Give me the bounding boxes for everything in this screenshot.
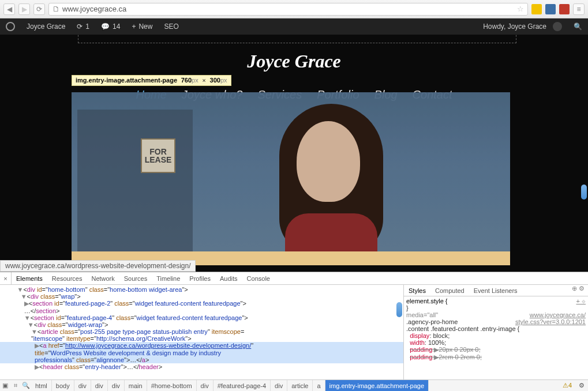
- devtools-settings-icon[interactable]: ⚙: [575, 382, 588, 389]
- tab-sources[interactable]: Sources: [119, 272, 152, 284]
- page-viewport: Joyce Grace img.entry-image.attachment-p…: [0, 35, 588, 272]
- page-scrollbar-thumb[interactable]: [581, 185, 587, 200]
- wp-new[interactable]: +New: [126, 18, 158, 35]
- devtools-panel: × Elements Resources Network Sources Tim…: [0, 272, 588, 391]
- dom-scrollbar-thumb[interactable]: [396, 302, 402, 317]
- plus-icon: +: [132, 22, 136, 31]
- back-button[interactable]: ◀: [3, 3, 15, 15]
- side-tab-listeners[interactable]: Event Listeners: [469, 285, 522, 296]
- inspect-tooltip: img.entry-image.attachment-page 760px × …: [72, 75, 231, 86]
- address-bar[interactable]: 🗋 www.joycegrace.ca ☆: [48, 3, 528, 16]
- bookmark-star-icon[interactable]: ☆: [517, 5, 524, 13]
- wp-admin-bar: Joyce Grace ⟳1 💬14 +New SEO Howdy, Joyce…: [0, 18, 588, 35]
- tab-elements[interactable]: Elements: [12, 272, 47, 284]
- breadcrumb-bar: ▣ ⌗ 🔍 html body div div div main #home-b…: [0, 379, 588, 391]
- console-toggle-icon[interactable]: ⌗: [10, 382, 21, 389]
- wp-comments[interactable]: 💬14: [95, 18, 126, 35]
- wp-seo[interactable]: SEO: [158, 18, 184, 35]
- forward-button[interactable]: ▶: [18, 3, 30, 15]
- avatar-icon: [553, 22, 562, 31]
- crumb-div[interactable]: div: [91, 380, 108, 391]
- styles-pane: Styles Computed Event Listeners ⊕ ⚙ elem…: [403, 285, 588, 379]
- wp-howdy[interactable]: Howdy, Joyce Grace: [477, 18, 568, 35]
- tab-profiles[interactable]: Profiles: [185, 272, 215, 284]
- tab-timeline[interactable]: Timeline: [152, 272, 185, 284]
- tab-resources[interactable]: Resources: [47, 272, 87, 284]
- side-tab-styles[interactable]: Styles: [404, 285, 430, 296]
- devtools-close-icon[interactable]: ×: [0, 272, 12, 284]
- sign-text: FORLEASE: [141, 138, 175, 173]
- crumb-div[interactable]: div: [271, 380, 287, 391]
- crumb-article[interactable]: article: [287, 380, 313, 391]
- comment-icon: 💬: [101, 22, 110, 31]
- refresh-icon: ⟳: [77, 22, 83, 31]
- styles-rules[interactable]: element.style {+ ⟐ } media="all"www.joyc…: [404, 296, 588, 379]
- entry-image[interactable]: FORLEASE: [72, 92, 510, 265]
- crumb-div[interactable]: div: [74, 380, 91, 391]
- crumb-img-entry-image[interactable]: img.entry-image.attachment-page: [325, 380, 429, 391]
- browser-toolbar: ◀ ▶ ⟳ 🗋 www.joycegrace.ca ☆ ≡: [0, 0, 588, 18]
- devtools-tabs: × Elements Resources Network Sources Tim…: [0, 272, 588, 285]
- wp-logo[interactable]: [0, 18, 21, 35]
- toggle-classes-icon[interactable]: ⊕ ⚙: [568, 285, 588, 296]
- extension-icon-2[interactable]: [545, 4, 556, 14]
- wp-updates[interactable]: ⟳1: [71, 18, 95, 35]
- warnings-badge[interactable]: ⚠4: [559, 382, 575, 389]
- crumb-featured-page-4[interactable]: #featured-page-4: [214, 380, 271, 391]
- margin-overlay: [78, 35, 516, 43]
- crumb-div[interactable]: div: [197, 380, 214, 391]
- tab-network[interactable]: Network: [87, 272, 119, 284]
- crumb-a[interactable]: a: [313, 380, 325, 391]
- inspect-icon[interactable]: 🔍: [21, 382, 31, 389]
- url-text: www.joycegrace.ca: [62, 5, 126, 13]
- tab-console[interactable]: Console: [242, 272, 275, 284]
- crumb-body[interactable]: body: [52, 380, 74, 391]
- status-bar-url: www.joycegrace.ca/wordpress-website-deve…: [0, 260, 196, 272]
- chrome-menu-icon[interactable]: ≡: [573, 3, 585, 15]
- extension-icon-3[interactable]: [559, 4, 570, 14]
- dom-tree[interactable]: ▼<div id="home-bottom" class="home-botto…: [0, 285, 403, 379]
- reload-button[interactable]: ⟳: [33, 3, 45, 15]
- crumb-html[interactable]: html: [31, 380, 52, 391]
- crumb-main[interactable]: main: [125, 380, 147, 391]
- tab-audits[interactable]: Audits: [215, 272, 242, 284]
- page-icon: 🗋: [53, 5, 60, 13]
- crumb-home-bottom[interactable]: #home-bottom: [147, 380, 197, 391]
- wp-site-name[interactable]: Joyce Grace: [21, 18, 71, 35]
- extension-icon-1[interactable]: [531, 4, 542, 14]
- crumb-div[interactable]: div: [108, 380, 125, 391]
- wordpress-icon: [6, 22, 15, 31]
- side-tab-computed[interactable]: Computed: [430, 285, 469, 296]
- wp-search-icon[interactable]: 🔍: [568, 18, 588, 35]
- dock-icon[interactable]: ▣: [0, 382, 10, 389]
